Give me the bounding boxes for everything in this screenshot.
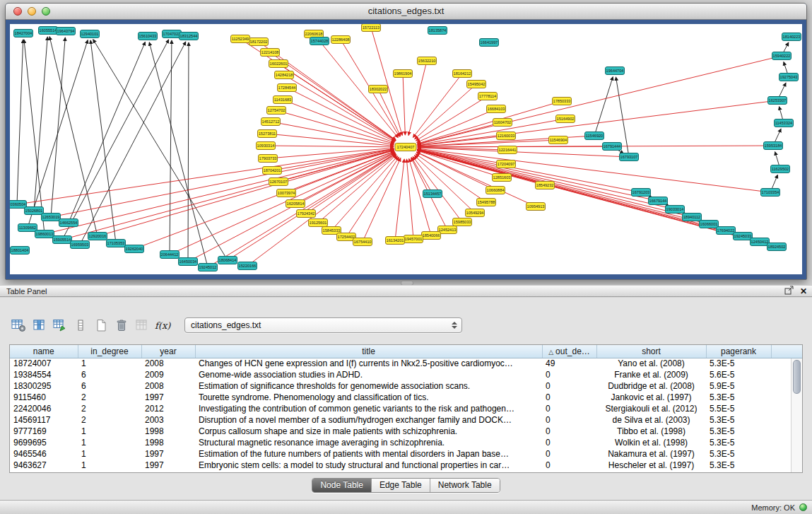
graph-node[interactable]: 14284218 — [275, 71, 294, 79]
graph-node[interactable]: 17284544 — [278, 84, 297, 92]
column-header-short[interactable]: short — [596, 345, 706, 358]
table-row[interactable]: 946362711997Embryonic stem cells: a mode… — [10, 460, 802, 471]
graph-node[interactable]: 12653019 — [42, 214, 61, 221]
graph-node[interactable]: 19861904 — [394, 70, 413, 78]
graph-node[interactable]: 15026801 — [25, 207, 44, 215]
table-row[interactable]: 1456911722003Disruption of a novel membe… — [10, 414, 802, 426]
close-window-button[interactable] — [13, 7, 22, 16]
graph-node[interactable]: 18801404 — [11, 247, 30, 255]
graph-node[interactable]: 15953184 — [764, 142, 783, 150]
panel-splitter[interactable] — [0, 280, 812, 285]
graph-node[interactable]: 19860013 — [35, 230, 54, 238]
delete-table-icon[interactable] — [112, 316, 131, 335]
graph-node[interactable]: 16684103 — [487, 105, 506, 113]
graph-node[interactable]: 17047022 — [163, 30, 182, 38]
graph-node[interactable]: 16055514 — [39, 27, 58, 35]
graph-node[interactable]: 11252349 — [231, 35, 250, 43]
graph-node[interactable]: 16066001 — [700, 221, 719, 228]
table-row[interactable]: 1938455462009Genome-wide association stu… — [10, 369, 802, 380]
graph-node[interactable]: 15220166 — [238, 262, 257, 270]
graph-node[interactable]: 14662554 — [59, 219, 78, 227]
network-table-selector[interactable]: citations_edges.txt — [184, 317, 462, 333]
graph-node[interactable]: 11629502 — [771, 165, 790, 173]
graph-node[interactable]: 18312544 — [180, 33, 199, 40]
graph-node[interactable]: 11453324 — [775, 119, 794, 127]
graph-node[interactable]: 11309662 — [18, 224, 37, 232]
column-header-title[interactable]: title — [195, 345, 542, 358]
graph-node[interactable]: 16959503 — [71, 241, 90, 249]
table-row[interactable]: 2242004622012Investigating the contribut… — [10, 403, 802, 414]
graph-node[interactable]: 17924342 — [297, 210, 316, 218]
graph-node[interactable]: 18068414 — [218, 257, 237, 264]
graph-node[interactable]: 11546920 — [585, 132, 604, 140]
graph-node[interactable]: 19245012 — [199, 264, 218, 271]
graph-node[interactable]: 11431683 — [273, 96, 293, 104]
graph-node[interactable]: 16791444 — [603, 143, 622, 151]
graph-node[interactable]: 15905514 — [53, 236, 72, 244]
graph-node[interactable]: 15495042 — [467, 81, 486, 88]
graph-node[interactable]: 20360504 — [10, 201, 27, 209]
graph-node[interactable]: 12450412 — [751, 238, 770, 246]
graph-node[interactable]: 15610433 — [139, 33, 158, 40]
graph-node[interactable]: 16793107 — [620, 153, 639, 161]
graph-node[interactable]: 16791203 — [632, 189, 651, 197]
column-selector-icon[interactable] — [30, 316, 49, 335]
graph-node[interactable]: 12754702 — [267, 107, 286, 115]
graph-node[interactable]: 17778114 — [478, 93, 498, 100]
graph-node[interactable]: 17903733 — [259, 155, 278, 163]
table-row[interactable]: 977716911998Corpus callosum shape and si… — [10, 426, 802, 437]
table-row[interactable]: 1872400712008Changes of HCN gene express… — [10, 358, 802, 369]
graph-node[interactable]: 18164212 — [453, 70, 472, 78]
graph-node[interactable]: 15495788 — [477, 199, 496, 206]
graph-node[interactable]: 10930314 — [257, 142, 276, 150]
table-settings-icon[interactable] — [9, 316, 28, 335]
table-row[interactable]: 969969511998Structural magnetic resonanc… — [10, 437, 802, 448]
network-canvas[interactable]: 1724040718172202122141081602260114284218… — [10, 24, 802, 274]
graph-node[interactable]: 16641997 — [480, 39, 499, 47]
graph-node[interactable]: 16253307 — [768, 97, 787, 105]
graph-node[interactable]: 16754410 — [353, 238, 372, 246]
column-header-in_degree[interactable]: in_degree — [78, 345, 141, 358]
graph-node[interactable]: 18427004 — [14, 30, 33, 37]
zoom-window-button[interactable] — [42, 7, 50, 16]
column-header-name[interactable]: name — [10, 345, 78, 358]
graph-node[interactable]: 16450034 — [179, 258, 198, 266]
graph-node[interactable]: 19275043 — [779, 74, 799, 81]
graph-node[interactable]: 12920016 — [88, 233, 107, 240]
graph-node[interactable]: 17103354 — [761, 189, 780, 197]
graph-node[interactable]: 17694022 — [717, 227, 736, 235]
graph-node[interactable]: 20644412 — [160, 251, 180, 259]
graph-node[interactable]: 11604702 — [493, 119, 512, 127]
graph-node[interactable]: 15273811 — [258, 130, 277, 138]
graph-node[interactable]: 12940101 — [81, 30, 100, 38]
graph-node[interactable]: 19644704 — [606, 67, 625, 75]
graph-node[interactable]: 17850333 — [553, 98, 572, 105]
table-row[interactable]: 1830029562008Estimation of significance … — [10, 380, 802, 392]
graph-node[interactable]: 15744028 — [310, 37, 329, 45]
tab-node-table[interactable]: Node Table — [312, 479, 371, 492]
graph-node[interactable]: 12214108 — [261, 49, 280, 57]
column-header-pagerank[interactable]: pagerank — [706, 345, 771, 358]
graph-node[interactable]: 18549232 — [536, 182, 555, 189]
graph-node[interactable]: 10660884 — [486, 187, 505, 194]
graph-node[interactable]: 16022601 — [269, 60, 288, 68]
function-builder-icon[interactable]: f(x) — [153, 316, 172, 335]
graph-node[interactable]: 19643794 — [57, 28, 76, 35]
float-panel-icon[interactable] — [784, 286, 794, 298]
minimize-window-button[interactable] — [28, 7, 36, 16]
table-row[interactable]: 911546021997Tourette syndrome. Phenomeno… — [10, 392, 802, 403]
graph-node[interactable]: 18940112 — [683, 214, 702, 221]
column-header-out_de[interactable]: △out_de… — [542, 345, 596, 358]
graph-hub-node[interactable]: 17240407 — [395, 144, 416, 151]
table-scrollbar[interactable] — [791, 358, 802, 472]
graph-node[interactable]: 10073974 — [277, 189, 296, 197]
graph-node[interactable]: 14512712 — [261, 118, 281, 126]
table-scrollbar-thumb[interactable] — [793, 360, 801, 394]
close-panel-icon[interactable]: ✕ — [800, 286, 807, 297]
graph-node[interactable]: 15940222 — [772, 52, 792, 60]
table-row[interactable]: 946554611997Estimation of the future num… — [10, 448, 802, 460]
graph-node[interactable]: 12670107 — [269, 178, 288, 186]
graph-node[interactable]: 18135874 — [428, 27, 447, 35]
graph-node[interactable]: 10549294 — [466, 209, 485, 217]
graph-node[interactable]: 22060618 — [305, 30, 324, 38]
